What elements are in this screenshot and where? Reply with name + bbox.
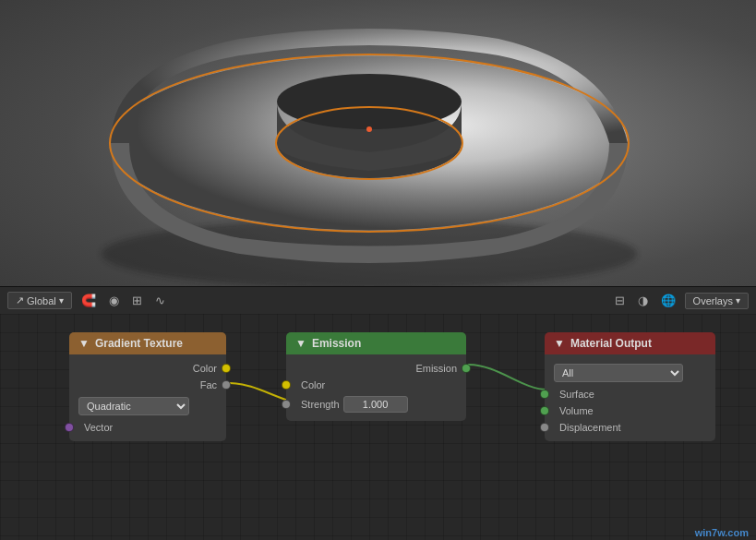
emission-color-label: Color (301, 379, 325, 390)
node-output-target-row: All (545, 360, 715, 386)
viewport-toolbar: ↗ Global ▾ 🧲 ◉ ⊞ ∿ ⊟ ◑ 🌐 Overlays ▾ (0, 286, 756, 314)
node-displacement-input-row: Displacement (545, 419, 715, 436)
svg-point-8 (366, 126, 372, 132)
emission-color-socket[interactable] (282, 380, 291, 390)
node-surface-input-row: Surface (545, 386, 715, 402)
surface-input-label: Surface (559, 389, 594, 400)
transform-label: Global (27, 295, 56, 306)
emission-strength-socket[interactable] (282, 400, 291, 409)
gradient-type-select[interactable]: Quadratic (78, 397, 189, 415)
emission-strength-label: Strength (301, 399, 340, 410)
node-material-output-title: Material Output (570, 337, 652, 350)
node-emission-strength-row: Strength 1.000 (286, 393, 466, 415)
node-emission-header[interactable]: ▼ Emission (286, 332, 466, 354)
viewport-shading-btn[interactable]: ◑ (634, 292, 652, 309)
node-gradient-header[interactable]: ▼ Gradient Texture (69, 332, 226, 354)
emission-output-label: Emission (415, 363, 457, 374)
node-material-output-header[interactable]: ▼ Material Output (545, 332, 715, 354)
node-gradient-texture: ▼ Gradient Texture Color Fac Quadratic (69, 332, 226, 441)
svg-point-5 (277, 74, 462, 129)
color-output-socket[interactable] (222, 364, 231, 373)
snap-btn[interactable]: 🧲 (78, 292, 100, 309)
node-vector-input-row: Vector (69, 419, 226, 436)
emission-output-socket[interactable] (462, 364, 471, 373)
node-fac-output-row: Fac (69, 377, 226, 393)
color-output-label: Color (193, 363, 217, 374)
node-gradient-body: Color Fac Quadratic Vector (69, 354, 226, 441)
node-emission-title: Emission (312, 337, 361, 350)
node-material-output: ▼ Material Output All Surface Volume (545, 332, 715, 441)
viewport-display-btn[interactable]: ⊟ (611, 292, 629, 309)
node-gradient-dropdown-row: Quadratic (69, 393, 226, 419)
transform-icon: ↗ (16, 294, 24, 306)
transform-arrow-icon: ▾ (59, 295, 64, 306)
node-emission: ▼ Emission Emission Color Strength 1.000 (286, 332, 466, 421)
emission-strength-value[interactable]: 1.000 (343, 396, 408, 413)
node-output-collapse-arrow: ▼ (554, 337, 565, 350)
node-material-output-body: All Surface Volume Displacement (545, 354, 715, 441)
animation-btn[interactable]: ∿ (151, 292, 169, 309)
torus-preview (55, 9, 702, 286)
vector-input-label: Vector (84, 422, 113, 433)
output-target-select[interactable]: All (554, 364, 683, 382)
view-mode-btn[interactable]: ⊞ (128, 292, 146, 309)
displacement-input-label: Displacement (559, 422, 621, 433)
node-color-output-row: Color (69, 360, 226, 377)
overlays-btn[interactable]: Overlays ▾ (685, 293, 749, 309)
node-editor: ▼ Gradient Texture Color Fac Quadratic (0, 314, 756, 540)
surface-input-socket[interactable] (540, 390, 549, 399)
node-emission-collapse-arrow: ▼ (295, 337, 306, 350)
displacement-input-socket[interactable] (540, 423, 549, 432)
node-gradient-title: Gradient Texture (95, 337, 183, 350)
proportional-edit-btn[interactable]: ◉ (105, 292, 123, 309)
material-preview-btn[interactable]: 🌐 (657, 292, 679, 309)
node-volume-input-row: Volume (545, 402, 715, 419)
overlays-label: Overlays (693, 295, 733, 306)
transform-orientation-btn[interactable]: ↗ Global ▾ (7, 292, 72, 309)
node-collapse-arrow: ▼ (78, 337, 90, 350)
vector-input-socket[interactable] (65, 423, 74, 432)
node-emission-output-row: Emission (286, 360, 466, 377)
watermark: win7w.com (695, 527, 749, 538)
volume-input-socket[interactable] (540, 406, 549, 415)
node-emission-body: Emission Color Strength 1.000 (286, 354, 466, 421)
volume-input-label: Volume (559, 405, 594, 416)
fac-output-label: Fac (200, 379, 217, 390)
fac-output-socket[interactable] (222, 380, 231, 390)
overlays-arrow-icon: ▾ (736, 295, 740, 306)
viewport: ↗ Global ▾ 🧲 ◉ ⊞ ∿ ⊟ ◑ 🌐 Overlays ▾ (0, 0, 756, 314)
node-emission-color-row: Color (286, 377, 466, 393)
